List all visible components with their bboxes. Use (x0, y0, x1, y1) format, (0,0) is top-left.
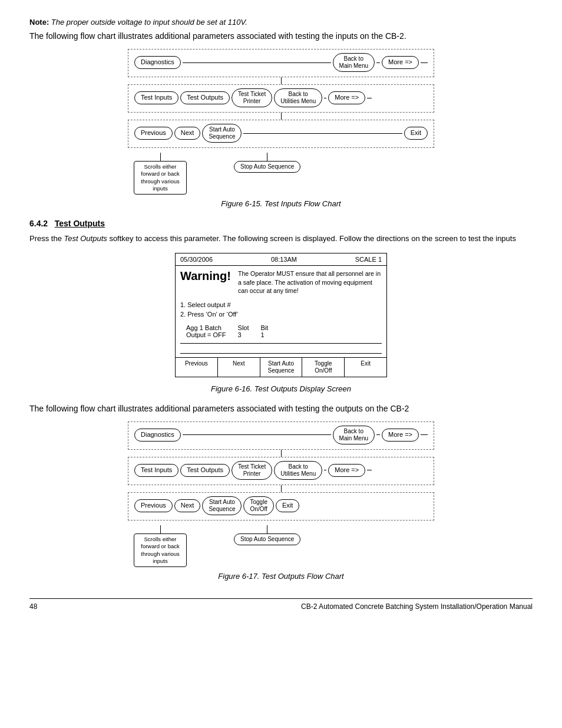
fc17-exit: Exit (276, 499, 299, 512)
page-footer: 48 CB-2 Automated Concrete Batching Syst… (29, 598, 533, 611)
fc15-testinputs: Test Inputs (134, 91, 178, 104)
figure15-caption: Figure 6-15. Test Inputs Flow Chart (29, 199, 533, 208)
fc17-stopauto: Stop Auto Sequence (234, 533, 300, 545)
btn-exit[interactable]: Exit (345, 358, 386, 377)
fc15-exit: Exit (404, 127, 428, 139)
screen-empty (180, 343, 382, 354)
warning-text: The Operator MUST ensure that all person… (238, 269, 382, 295)
fc15-level2: Test Inputs Test Outputs Test TicketPrin… (128, 84, 434, 113)
fc17-level4: Scrolls either forward or back through v… (128, 521, 434, 569)
figure15-wrapper: Diagnostics Back toMain Menu More => Tes… (29, 49, 533, 197)
section-642-title: Test Outputs (55, 219, 105, 228)
fc15-next: Next (174, 127, 201, 139)
fc17-testticket: Test TicketPrinter (232, 461, 272, 480)
fc15-level4: Scrolls either forward or back through v… (128, 148, 434, 197)
screen-data: Agg 1 Batch Output = OFF Slot 3 Bit 1 (180, 323, 382, 340)
fc17-toggle: ToggleOn/Off (243, 496, 273, 515)
screen-time: 08:13AM (271, 256, 297, 263)
footer-page: 48 (29, 602, 37, 611)
fc15-level3: Previous Next Start AutoSequence Exit (128, 120, 434, 148)
fc15-testoutputs: Test Outputs (180, 91, 230, 104)
fc15-more1: More => (382, 56, 419, 68)
fc17-more2: More => (328, 464, 365, 476)
fc17-next: Next (174, 499, 201, 512)
figure17-diagram: Diagnostics Back toMain Menu More => Tes… (128, 421, 434, 569)
figure16-caption: Figure 6-16. Test Outputs Display Screen (29, 384, 533, 393)
fc15-testticket: Test TicketPrinter (232, 88, 272, 107)
warning-title: Warning! (180, 269, 233, 295)
fc15-level1: Diagnostics Back toMain Menu More => (128, 49, 434, 77)
fc15-more2: More => (328, 91, 365, 104)
fc17-backtoutil: Back toUtilities Menu (274, 461, 322, 480)
fc17-diagnostics: Diagnostics (134, 429, 181, 441)
fc15-backtomain: Back toMain Menu (333, 53, 375, 72)
fc15-startauto: Start AutoSequence (202, 124, 242, 143)
fc17-level1: Diagnostics Back toMain Menu More => (128, 421, 434, 450)
intro-text-2: The following flow chart illustrates add… (29, 404, 533, 413)
section-642-text: Press the Test Outputs softkey to access… (29, 233, 533, 245)
fc17-level3: Previous Next Start AutoSequence ToggleO… (128, 492, 434, 521)
btn-previous[interactable]: Previous (176, 358, 218, 377)
fc15-diagnostics: Diagnostics (134, 56, 181, 68)
display-screen: 05/30/2006 08:13AM SCALE 1 Warning! The … (175, 253, 387, 377)
figure17-wrapper: Diagnostics Back toMain Menu More => Tes… (29, 421, 533, 569)
fc17-level2: Test Inputs Test Outputs Test TicketPrin… (128, 457, 434, 485)
fc17-startauto: Start AutoSequence (202, 496, 242, 515)
warning-row: Warning! The Operator MUST ensure that a… (180, 269, 382, 295)
fc17-scroll-note: Scrolls either forward or back through v… (134, 533, 187, 567)
screen-instructions: 1. Select output # 2. Press ‘On’ or ‘Off… (180, 300, 382, 319)
screen-header: 05/30/2006 08:13AM SCALE 1 (176, 253, 386, 266)
fc15-stopauto: Stop Auto Sequence (234, 161, 300, 173)
section-642-heading: 6.4.2 Test Outputs (29, 219, 533, 228)
intro-text-1: The following flow chart illustrates add… (29, 31, 533, 41)
btn-next[interactable]: Next (218, 358, 260, 377)
screen-date: 05/30/2006 (180, 256, 213, 263)
screen-scale: SCALE 1 (355, 256, 382, 263)
figure16-wrapper: 05/30/2006 08:13AM SCALE 1 Warning! The … (29, 253, 533, 381)
fc15-backtoutil: Back toUtilities Menu (274, 88, 322, 107)
fc17-more1: More => (382, 429, 419, 441)
fc17-previous: Previous (134, 499, 173, 512)
fc17-testoutputs: Test Outputs (180, 464, 230, 476)
btn-startauto[interactable]: Start AutoSequence (260, 358, 303, 377)
fc15-previous: Previous (134, 127, 173, 139)
fc17-backtomain: Back toMain Menu (333, 426, 375, 444)
screen-body: Warning! The Operator MUST ensure that a… (176, 266, 386, 357)
note-text: The proper outside voltage to input shou… (51, 18, 247, 27)
footer-manual: CB-2 Automated Concrete Batching System … (301, 602, 533, 611)
figure17-caption: Figure 6-17. Test Outputs Flow Chart (29, 572, 533, 581)
figure15-diagram: Diagnostics Back toMain Menu More => Tes… (128, 49, 434, 197)
note-line: Note: The proper outside voltage to inpu… (29, 18, 533, 27)
screen-buttons-row: Previous Next Start AutoSequence ToggleO… (176, 357, 386, 377)
note-label: Note: (29, 18, 49, 27)
fc15-scroll-note: Scrolls either forward or back through v… (134, 161, 187, 195)
btn-toggle[interactable]: ToggleOn/Off (302, 358, 345, 377)
fc17-testinputs: Test Inputs (134, 464, 178, 476)
